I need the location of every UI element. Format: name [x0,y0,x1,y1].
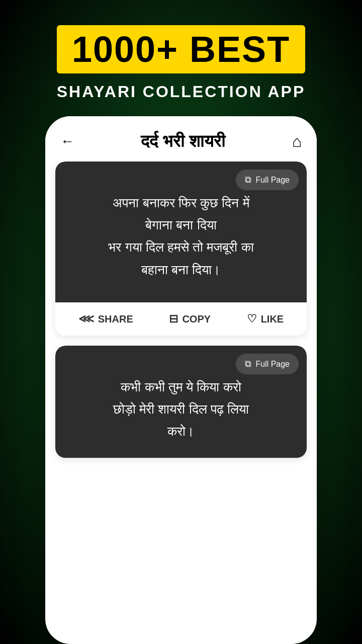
like-button-1[interactable]: ♡ LIKE [247,312,284,326]
phone-header: ← दर्द भरी शायरी ⌂ [45,116,317,162]
full-page-icon-2: ⧉ [245,359,251,369]
card-actions-1: ⋘ SHARE ⊟ COPY ♡ LIKE [55,302,307,336]
share-icon-1: ⋘ [78,312,94,326]
like-label-1: LIKE [261,313,284,325]
share-button-1[interactable]: ⋘ SHARE [78,312,133,326]
content-area: ⧉ Full Page अपना बनाकर फिर कुछ दिन में ब… [45,162,317,468]
copy-button-1[interactable]: ⊟ COPY [169,312,211,326]
top-banner: 1000+ BEST SHAYARI COLLECTION APP [0,0,362,116]
share-label-1: SHARE [98,313,133,325]
phone-frame: ← दर्द भरी शायरी ⌂ ⧉ Full Page अपना बनाक… [45,116,317,644]
headline-box: 1000+ BEST [57,25,305,73]
copy-label-1: COPY [182,313,211,325]
headline-text: 1000+ BEST [72,29,290,69]
copy-icon-1: ⊟ [169,312,178,326]
full-page-label-2: Full Page [255,360,290,369]
home-icon[interactable]: ⌂ [292,132,302,151]
full-page-button-2[interactable]: ⧉ Full Page [236,354,299,374]
back-button[interactable]: ← [60,133,74,149]
shayari-card-1: ⧉ Full Page अपना बनाकर फिर कुछ दिन में ब… [55,162,307,336]
subtitle-text: SHAYARI COLLECTION APP [57,83,306,101]
full-page-label-1: Full Page [255,176,290,185]
card-content-2: ⧉ Full Page कभी कभी तुम ये किया करो छोड़… [55,346,307,458]
like-icon-1: ♡ [247,312,257,326]
page-title: दर्द भरी शायरी [141,131,225,151]
full-page-icon-1: ⧉ [245,175,251,185]
card-content-1: ⧉ Full Page अपना बनाकर फिर कुछ दिन में ब… [55,162,307,302]
shayari-card-2: ⧉ Full Page कभी कभी तुम ये किया करो छोड़… [55,346,307,458]
full-page-button-1[interactable]: ⧉ Full Page [236,170,299,190]
